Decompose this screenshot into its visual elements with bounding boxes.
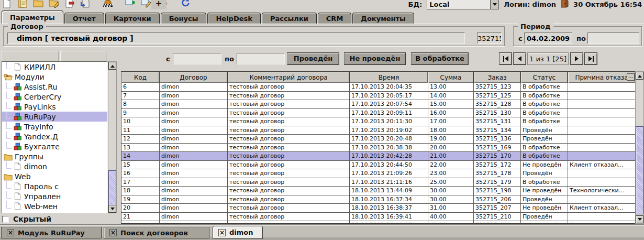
tree-item-Бухгалте[interactable]: Бухгалте bbox=[2, 141, 107, 151]
column-header-Комментарий договора[interactable]: Комментарий договора bbox=[228, 72, 350, 83]
logout-door-icon[interactable] bbox=[561, 0, 569, 10]
copy-document-icon[interactable] bbox=[17, 0, 28, 8]
tree-connector bbox=[6, 122, 12, 129]
status-filter-button-В обработке[interactable]: В обработке bbox=[411, 52, 469, 65]
pager-prev-button[interactable] bbox=[513, 52, 526, 65]
close-icon[interactable]: × bbox=[109, 229, 117, 236]
column-header-Код[interactable]: Код bbox=[121, 72, 160, 83]
tab-Карточки[interactable]: Карточки bbox=[105, 13, 160, 24]
table-row[interactable]: 8dimonтестовый договор17.10.2013 20:07:5… bbox=[121, 100, 635, 109]
period-from-input[interactable] bbox=[524, 32, 572, 44]
table-row[interactable]: 15dimonтестовый договор17.10.2013 20:44:… bbox=[121, 161, 635, 170]
scroll-down-icon[interactable] bbox=[636, 215, 643, 223]
folder-icon[interactable] bbox=[32, 0, 43, 8]
tree-item-Модули[interactable]: Модули bbox=[2, 72, 107, 82]
filter-to-input[interactable] bbox=[237, 53, 285, 64]
status-filter-button-Проведён[interactable]: Проведён bbox=[287, 52, 339, 65]
pager-first-button[interactable] bbox=[499, 52, 512, 65]
refresh-icon[interactable] bbox=[180, 0, 191, 8]
table-scrollbar[interactable] bbox=[635, 71, 644, 224]
cell-Код: 19 bbox=[121, 195, 160, 204]
chevron-down-icon[interactable] bbox=[490, 0, 498, 9]
tree-item-Пароль с[interactable]: Пароль с bbox=[2, 181, 107, 191]
table-row[interactable]: 21dimonтестовый договор18.10.2013 16:39:… bbox=[121, 213, 635, 222]
bottom-tab-dimon[interactable]: ×dimon bbox=[213, 226, 263, 239]
alarm-icon[interactable] bbox=[102, 0, 113, 8]
toolbar-plus-button[interactable]: + bbox=[151, 0, 166, 9]
table-row[interactable]: 6dimonтестовый договор17.10.2013 20:04:3… bbox=[121, 83, 635, 92]
column-header-Причина отказа[interactable]: Причина отказа... bbox=[568, 72, 635, 83]
tree-item-TrayInfo[interactable]: TrayInfo bbox=[2, 122, 107, 132]
tab-Рассылки[interactable]: Рассылки bbox=[262, 13, 317, 24]
tree-item-Yandex.Д[interactable]: Yandex.Д bbox=[2, 132, 107, 141]
tree-header-cell[interactable] bbox=[2, 51, 59, 61]
close-icon[interactable]: × bbox=[7, 229, 14, 236]
column-header-Заказ[interactable]: Заказ bbox=[474, 72, 521, 83]
tree-item-КИРИЛЛ[interactable]: КИРИЛЛ bbox=[2, 62, 107, 72]
table-row[interactable]: 12dimonтестовый договор17.10.2013 20:20:… bbox=[121, 135, 635, 144]
table-row[interactable]: 13dimonтестовый договор17.10.2013 20:38:… bbox=[121, 144, 635, 152]
column-header-Сумма[interactable]: Сумма bbox=[428, 72, 474, 83]
tree-scrollbar-thumb[interactable] bbox=[108, 170, 116, 207]
pager-last-button[interactable] bbox=[584, 52, 597, 65]
tree-item-Скрипт пов[interactable]: Скрипт пов bbox=[2, 211, 107, 213]
folder-edit-icon[interactable] bbox=[48, 0, 59, 8]
table-row[interactable]: 11dimonтестовый договор17.10.2013 20:19:… bbox=[121, 126, 635, 135]
cell-Комментарий договора: тестовый договор bbox=[228, 221, 350, 224]
tab-Бонусы[interactable]: Бонусы bbox=[161, 13, 207, 24]
scroll-down-icon[interactable] bbox=[108, 205, 116, 213]
table-scrollbar-thumb[interactable] bbox=[636, 126, 643, 214]
item-add-icon[interactable] bbox=[125, 0, 136, 8]
db-select[interactable]: Local bbox=[427, 0, 499, 9]
period-to-input[interactable] bbox=[587, 32, 639, 44]
cell-Договор: dimon bbox=[160, 178, 228, 187]
hidden-checkbox[interactable] bbox=[2, 216, 9, 223]
table-row[interactable]: 20dimonтестовый договор18.10.2013 16:38:… bbox=[121, 204, 635, 213]
table-row[interactable]: 17dimonтестовый договор17.10.2013 21:11:… bbox=[121, 178, 635, 187]
tree-item-RuRuPay[interactable]: RuRuPay bbox=[2, 112, 107, 122]
tab-Отчет[interactable]: Отчет bbox=[64, 13, 104, 24]
contract-code-input[interactable] bbox=[477, 32, 502, 44]
contract-input[interactable] bbox=[7, 32, 465, 44]
tree-item-Группы[interactable]: Группы bbox=[2, 151, 107, 161]
table-row[interactable]: 14dimonтестовый договор17.10.2013 20:42:… bbox=[121, 152, 635, 161]
tab-Документы[interactable]: Документы bbox=[352, 13, 414, 24]
pager-next-button[interactable] bbox=[570, 52, 583, 65]
table-row[interactable]: 18dimonтестовый договор18.10.2013 13:44:… bbox=[121, 187, 635, 195]
item-edit-icon[interactable] bbox=[140, 0, 151, 8]
table-row[interactable]: 19dimonтестовый договор18.10.2013 16:37:… bbox=[121, 195, 635, 204]
tree-item-PayLinks[interactable]: PayLinks bbox=[2, 102, 107, 112]
scroll-up-icon[interactable] bbox=[108, 62, 116, 70]
column-header-Статус[interactable]: Статус bbox=[521, 72, 568, 83]
tree-header-cell[interactable] bbox=[60, 51, 106, 61]
scroll-up-icon[interactable] bbox=[636, 72, 643, 80]
table-row[interactable]: 7dimonтестовый договор17.10.2013 20:05:1… bbox=[121, 92, 635, 101]
tree-scrollbar[interactable] bbox=[108, 61, 117, 213]
pager-status: 1 из 1 [25] bbox=[527, 52, 569, 65]
document-remove-icon[interactable] bbox=[64, 0, 75, 8]
tree-item-Assist.Ru[interactable]: Assist.Ru bbox=[2, 82, 107, 92]
column-header-Время[interactable]: Время bbox=[350, 72, 428, 83]
tab-CRM[interactable]: CRM bbox=[318, 13, 352, 24]
status-filter-button-Не проведён[interactable]: Не проведён bbox=[344, 52, 406, 65]
new-document-icon[interactable] bbox=[1, 0, 12, 8]
close-icon[interactable]: × bbox=[218, 229, 226, 236]
column-header-Договор[interactable]: Договор bbox=[160, 72, 228, 83]
table-row[interactable]: 22dimonтестовый договор18.10.2013 16:40:… bbox=[121, 221, 635, 224]
table-row[interactable]: 10dimonтестовый договор17.10.2013 20:11:… bbox=[121, 117, 635, 126]
tree-connector bbox=[6, 132, 12, 139]
table-row[interactable]: 9dimonтестовый договор17.10.2013 20:09:1… bbox=[121, 109, 635, 118]
document-paste-icon[interactable] bbox=[80, 0, 91, 8]
tree-item-Web-мен[interactable]: Web-мен bbox=[2, 201, 107, 211]
bottom-tab-Поиск договоров[interactable]: ×Поиск договоров bbox=[104, 227, 209, 238]
cell-Сумма: 13.00 bbox=[428, 83, 474, 91]
tree-item-dimon[interactable]: dimon bbox=[2, 161, 107, 171]
table-row[interactable]: 16dimonтестовый договор17.10.2013 21:09:… bbox=[121, 169, 635, 178]
tab-HelpDesk[interactable]: HelpDesk bbox=[207, 13, 260, 24]
filter-from-input[interactable] bbox=[173, 53, 221, 64]
tree-item-CerberCry[interactable]: CerberCry bbox=[2, 92, 107, 102]
tree-item-Управлен[interactable]: Управлен bbox=[2, 191, 107, 201]
tab-Параметры[interactable]: Параметры bbox=[2, 10, 63, 24]
tree-item-Web[interactable]: Web bbox=[2, 171, 107, 181]
bottom-tab-Модуль RuRuPay[interactable]: ×Модуль RuRuPay bbox=[1, 227, 102, 238]
